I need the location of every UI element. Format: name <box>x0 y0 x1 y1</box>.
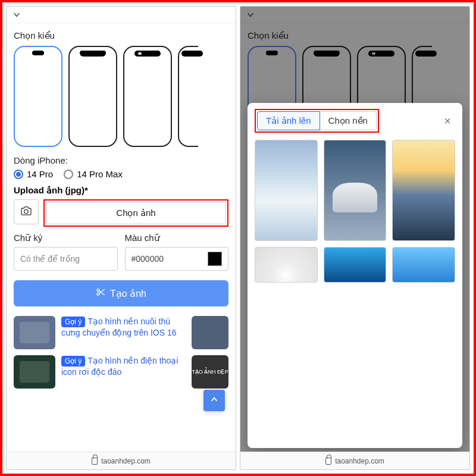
modal-tabs-highlight: Tải ảnh lên Chọn nền <box>255 109 379 133</box>
style-picker <box>14 46 228 147</box>
color-swatch-icon <box>208 252 222 266</box>
tab-choose-bg-label: Chọn nền <box>328 115 368 126</box>
tab-upload-image[interactable]: Tải ảnh lên <box>257 111 320 130</box>
color-input[interactable]: #000000 <box>125 247 229 271</box>
iphone-line-label: Dòng iPhone: <box>14 155 228 165</box>
suggestion-item-1[interactable]: Gợi ýTạo hình nền nuôi thú cưng chuyển đ… <box>14 316 228 349</box>
camera-button[interactable] <box>14 199 39 224</box>
suggestion-list: Gợi ýTạo hình nền nuôi thú cưng chuyển đ… <box>14 316 228 389</box>
svg-point-0 <box>24 209 28 213</box>
choose-image-highlight: Chọn ảnh <box>43 199 228 227</box>
wallpaper-option-4[interactable] <box>255 247 318 283</box>
suggestion-text-1: Gợi ýTạo hình nền nuôi thú cưng chuyển đ… <box>61 316 186 339</box>
radio-14promax[interactable]: 14 Pro Max <box>64 169 123 179</box>
svg-point-2 <box>97 293 99 295</box>
signature-placeholder: Có thể để trống <box>20 254 80 264</box>
radio-14pro-label: 14 Pro <box>27 169 53 179</box>
wallpaper-option-1[interactable] <box>255 140 318 241</box>
suggestion-thumb-icon <box>14 355 55 389</box>
choose-image-button[interactable]: Chọn ảnh <box>46 202 226 224</box>
wallpaper-grid <box>255 140 455 283</box>
color-label: Màu chữ <box>125 233 229 243</box>
wallpaper-option-2[interactable] <box>324 140 387 241</box>
suggestion-right-thumb-icon <box>192 316 228 349</box>
wallpaper-option-5[interactable] <box>324 247 387 283</box>
camera-icon <box>20 206 32 218</box>
style-option-1[interactable] <box>14 46 62 147</box>
radio-14pro[interactable]: 14 Pro <box>14 169 53 179</box>
color-value: #000000 <box>131 254 203 264</box>
right-pane: Chọn kiểu Gợi ýTạo hình nền nuôi thú cưn… <box>240 6 470 470</box>
lock-icon <box>92 458 98 465</box>
tab-choose-bg[interactable]: Chọn nền <box>320 111 377 130</box>
left-bottombar: taoanhdep.com <box>7 452 236 469</box>
style-option-2[interactable] <box>68 46 117 147</box>
modal-header: Tải ảnh lên Chọn nền × <box>255 109 455 133</box>
create-image-label: Tạo ảnh <box>110 288 146 299</box>
signature-input[interactable]: Có thể để trống <box>14 247 118 271</box>
left-body: Chọn kiểu Dòng iPhone: 14 Pro 14 Pro Max… <box>7 23 236 452</box>
iphone-radio-group: 14 Pro 14 Pro Max <box>14 169 228 179</box>
scissors-icon <box>96 287 105 299</box>
radio-14promax-label: 14 Pro Max <box>77 169 123 179</box>
left-topbar <box>7 7 236 23</box>
suggestion-pill: Gợi ý <box>61 356 85 367</box>
wallpaper-option-6[interactable] <box>392 247 455 283</box>
scroll-top-button[interactable] <box>203 390 225 411</box>
choose-image-label: Chọn ảnh <box>116 208 155 218</box>
chevron-up-icon <box>209 394 219 406</box>
right-bottombar: taoanhdep.com <box>240 452 469 469</box>
comparison-container: Chọn kiểu Dòng iPhone: 14 Pro 14 Pro Max… <box>0 0 476 476</box>
chevron-down-icon[interactable] <box>11 10 22 20</box>
style-option-4[interactable] <box>178 46 198 147</box>
close-icon: × <box>444 114 451 128</box>
radio-icon <box>14 170 23 179</box>
suggestion-thumb-icon <box>14 316 55 349</box>
image-picker-modal: Tải ảnh lên Chọn nền × <box>248 103 462 448</box>
signature-color-row: Chữ ký Có thể để trống Màu chữ #000000 <box>14 233 228 271</box>
suggestion-pill: Gợi ý <box>61 317 85 327</box>
suggestion-item-2[interactable]: Gợi ýTạo hình nền điện thoại icon rơi độ… <box>14 355 228 389</box>
radio-icon <box>64 170 73 179</box>
footer-domain-r: taoanhdep.com <box>335 457 384 465</box>
create-image-button[interactable]: Tạo ảnh <box>14 280 228 306</box>
upload-label: Upload ảnh (jpg)* <box>14 185 228 196</box>
suggestion-text-2: Gợi ýTạo hình nền điện thoại icon rơi độ… <box>61 355 186 378</box>
upload-row: Chọn ảnh <box>14 199 228 227</box>
footer-domain: taoanhdep.com <box>101 457 151 465</box>
choose-style-label: Chọn kiểu <box>14 30 228 41</box>
wallpaper-option-3[interactable] <box>392 140 455 241</box>
tab-upload-label: Tải ảnh lên <box>266 115 311 126</box>
svg-point-1 <box>97 289 99 292</box>
suggestion-right-thumb-icon: TẠO ẢNH ĐẸP <box>192 355 228 389</box>
style-option-3[interactable] <box>123 46 172 147</box>
left-pane: Chọn kiểu Dòng iPhone: 14 Pro 14 Pro Max… <box>6 6 236 470</box>
lock-icon <box>325 458 331 465</box>
signature-label: Chữ ký <box>14 233 118 243</box>
modal-close-button[interactable]: × <box>440 113 455 129</box>
